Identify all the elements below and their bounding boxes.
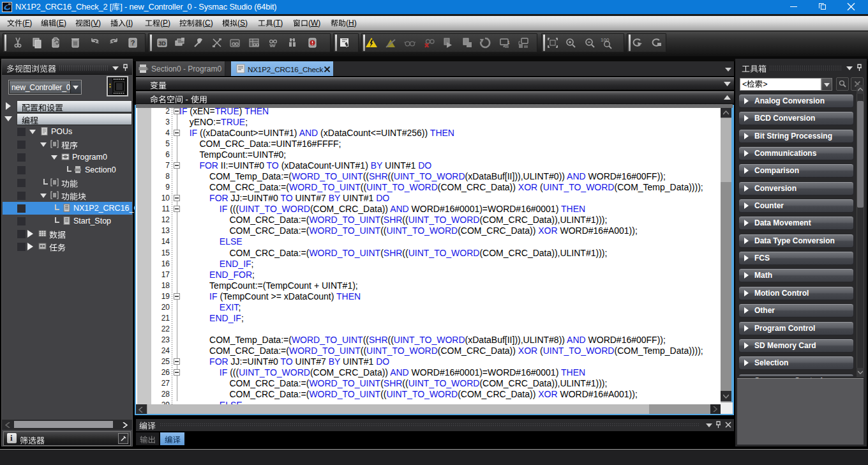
svg-text:3D: 3D <box>158 40 166 47</box>
svg-text:1: 1 <box>507 40 510 45</box>
svg-text:?: ? <box>131 39 135 47</box>
